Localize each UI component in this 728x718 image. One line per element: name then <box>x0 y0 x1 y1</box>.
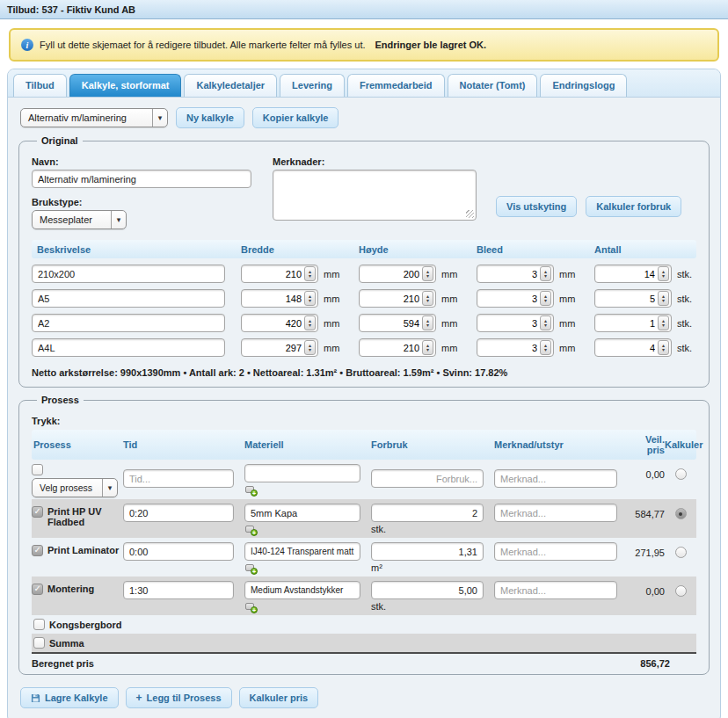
kopier-kalkyle-button[interactable]: Kopier kalkyle <box>252 107 339 128</box>
prosess-name: Montering <box>47 584 120 594</box>
bredde-input[interactable] <box>241 314 318 332</box>
unit-label: stk. <box>672 294 696 304</box>
bleed-input[interactable] <box>477 289 554 308</box>
unit-label: stk. <box>672 343 696 353</box>
prosess-checkbox[interactable] <box>32 464 43 475</box>
kalkuler-radio[interactable] <box>675 508 687 519</box>
stepper-icon[interactable] <box>422 291 433 306</box>
prosess-checkbox[interactable] <box>32 545 43 556</box>
merknad-input[interactable] <box>494 542 617 561</box>
hoyde-input[interactable] <box>359 338 436 357</box>
stepper-icon[interactable] <box>658 266 669 281</box>
prosess-checkbox[interactable] <box>32 584 43 595</box>
stepper-icon[interactable] <box>304 315 316 330</box>
bleed-input[interactable] <box>477 314 554 332</box>
materiell-input[interactable] <box>244 504 360 522</box>
kalkuler-forbruk-button[interactable]: Kalkuler forbruk <box>586 196 681 217</box>
hoyde-input[interactable] <box>359 289 436 308</box>
bleed-input[interactable] <box>477 265 554 283</box>
tab-endringslogg[interactable]: Endringslogg <box>540 74 627 97</box>
ny-kalkyle-button[interactable]: Ny kalkyle <box>176 107 244 128</box>
prosess-row-kongsbergbord: Kongsbergbord <box>32 615 696 634</box>
stepper-icon[interactable] <box>304 291 316 306</box>
hoyde-input[interactable] <box>359 265 436 283</box>
unit-label: mm <box>318 294 343 304</box>
stepper-icon[interactable] <box>304 266 316 281</box>
add-material-icon[interactable]: + <box>245 526 257 534</box>
hoyde-input[interactable] <box>359 314 436 332</box>
tid-input[interactable] <box>123 504 234 522</box>
stepper-icon[interactable] <box>658 315 669 330</box>
antall-input[interactable] <box>594 289 672 308</box>
beskrivelse-input[interactable] <box>32 314 225 332</box>
materiell-input[interactable] <box>244 581 360 599</box>
plus-icon: + <box>136 693 142 702</box>
add-material-icon[interactable]: + <box>245 564 257 573</box>
stepper-icon[interactable] <box>422 266 433 281</box>
tab-notater[interactable]: Notater (Tomt) <box>448 74 538 97</box>
beskrivelse-input[interactable] <box>32 265 225 283</box>
add-material-icon[interactable]: + <box>245 603 257 612</box>
materiell-input[interactable] <box>244 464 360 482</box>
merknad-input[interactable] <box>494 581 617 599</box>
forbruk-input[interactable] <box>371 581 484 599</box>
antall-input[interactable] <box>594 314 672 332</box>
original-fieldset: Original Navn: Brukstype: Messeplater Me… <box>18 135 710 388</box>
forbruk-input[interactable] <box>371 469 484 488</box>
sheet-summary: Netto arkstørrelse: 990x1390mm • Antall … <box>32 367 696 378</box>
prosess-checkbox[interactable] <box>33 637 45 649</box>
unit-label: stk. <box>672 318 696 329</box>
antall-input[interactable] <box>594 338 672 357</box>
header-materiell: Materiell <box>244 439 371 450</box>
tid-input[interactable] <box>123 469 234 488</box>
prosess-checkbox[interactable] <box>33 619 45 630</box>
stepper-icon[interactable] <box>422 340 433 355</box>
forbruk-unit: stk. <box>371 524 494 536</box>
header-bredde: Bredde <box>241 244 343 255</box>
tid-input[interactable] <box>123 542 234 561</box>
bredde-input[interactable] <box>241 289 318 308</box>
beskrivelse-input[interactable] <box>32 338 225 357</box>
brukstype-select-value: Messeplater <box>40 214 111 225</box>
velg-prosess-select[interactable]: Velg prosess <box>32 478 118 497</box>
kalkuler-radio[interactable] <box>675 547 687 558</box>
vis-utskyting-button[interactable]: Vis utskyting <box>496 196 577 217</box>
stepper-icon[interactable] <box>540 340 551 355</box>
stepper-icon[interactable] <box>540 266 551 281</box>
lagre-kalkyle-button[interactable]: Lagre Kalkyle <box>20 687 119 708</box>
brukstype-select[interactable]: Messeplater <box>32 210 127 229</box>
tab-kalkyle-storformat[interactable]: Kalkyle, storformat <box>69 74 182 97</box>
add-material-icon[interactable]: + <box>245 486 257 495</box>
stepper-icon[interactable] <box>540 315 551 330</box>
stepper-icon[interactable] <box>540 291 551 306</box>
stepper-icon[interactable] <box>422 315 433 330</box>
kalkyle-select[interactable]: Alternativ m/laminering <box>20 108 168 127</box>
antall-input[interactable] <box>594 265 672 283</box>
legg-til-prosess-button[interactable]: + Legg til Prosess <box>126 687 232 708</box>
stepper-icon[interactable] <box>658 340 669 355</box>
merknad-input[interactable] <box>494 469 617 488</box>
tab-fremmedarbeid[interactable]: Fremmedarbeid <box>347 74 445 97</box>
stepper-icon[interactable] <box>304 340 316 355</box>
size-row: mm mm mm stk. <box>32 314 696 332</box>
materiell-input[interactable] <box>244 542 360 561</box>
tid-input[interactable] <box>123 581 234 599</box>
kalkuler-radio[interactable] <box>675 585 687 597</box>
prosess-name: Print HP UV Fladbed <box>47 506 120 527</box>
prosess-checkbox[interactable] <box>32 506 43 518</box>
bleed-input[interactable] <box>477 338 554 357</box>
forbruk-input[interactable] <box>371 542 484 561</box>
forbruk-input[interactable] <box>371 504 484 522</box>
kalkuler-pris-button[interactable]: Kalkuler pris <box>239 687 319 708</box>
merknader-textarea[interactable] <box>273 170 477 221</box>
stepper-icon[interactable] <box>658 291 669 306</box>
beskrivelse-input[interactable] <box>32 289 225 308</box>
bredde-input[interactable] <box>241 338 318 357</box>
tab-levering[interactable]: Levering <box>280 74 345 97</box>
tab-tilbud[interactable]: Tilbud <box>13 74 67 97</box>
merknad-input[interactable] <box>494 504 617 522</box>
kalkuler-radio[interactable] <box>675 468 687 480</box>
navn-input[interactable] <box>32 170 251 188</box>
bredde-input[interactable] <box>241 265 318 283</box>
tab-kalkyledetaljer[interactable]: Kalkyledetaljer <box>184 74 277 97</box>
